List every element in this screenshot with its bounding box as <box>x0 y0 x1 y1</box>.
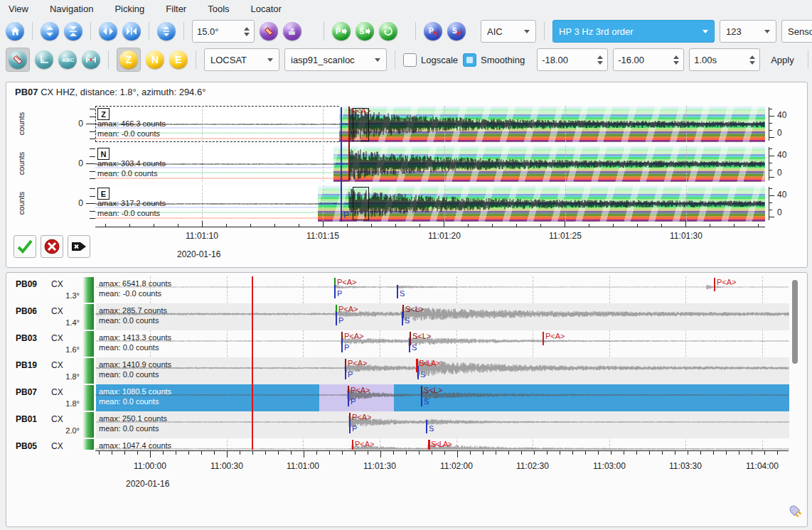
trace-z[interactable]: Zamax: 466.3 countsmean: -0.0 counts <box>95 106 765 142</box>
amplitude-auto-scale-icon[interactable] <box>157 22 176 40</box>
picker-algorithm-select[interactable]: AIC <box>481 20 536 43</box>
time-axis-tick <box>685 221 686 227</box>
y-axis-zero-label: 0 <box>68 198 83 208</box>
component-z-pressed[interactable]: Z <box>117 48 141 72</box>
logscale-checkbox-group: Logscale <box>403 53 458 67</box>
quality-bar <box>83 358 94 384</box>
toolbar-separator <box>183 22 184 40</box>
smoothing-checkbox[interactable] <box>463 53 476 67</box>
spin-arrows[interactable] <box>749 55 755 65</box>
spin-arrows[interactable] <box>244 27 250 36</box>
trace-n[interactable]: Namax: 303.4 countsmean: 0.0 counts <box>95 146 765 182</box>
pick-s-phase-icon[interactable]: S <box>356 22 374 40</box>
time-axis-tick <box>419 450 420 455</box>
trace-row-pb07[interactable]: PB07CX1.8°amax: 1080.5 countsmean: 0.0 c… <box>7 384 806 411</box>
sensor-select[interactable]: Sensor <box>781 20 812 43</box>
time-axis-tick <box>137 450 138 455</box>
menu-item-navigation[interactable]: Navigation <box>50 4 93 14</box>
pick-label-upper: P<A> <box>344 332 364 340</box>
angle-glyph <box>40 55 49 64</box>
mean-label: mean: 0.0 counts <box>97 169 157 178</box>
polarity-glyph: P <box>287 26 297 36</box>
quality-bar <box>83 412 94 438</box>
y-axis-tick <box>90 131 95 132</box>
angle-tool-icon[interactable] <box>35 50 53 69</box>
time-axis-tick <box>457 450 458 458</box>
time-axis-tick <box>444 450 445 455</box>
time-axis-tick <box>688 450 688 455</box>
spectrogram-max-spinbox[interactable]: -16.00 <box>613 48 684 71</box>
channel-count-select[interactable]: 123 <box>720 20 776 43</box>
pick-line-upper <box>543 332 544 345</box>
window-length-spinbox[interactable]: 1.00s <box>689 48 760 71</box>
time-window-tool-icon[interactable] <box>82 50 100 69</box>
y-axis-tick <box>90 148 95 149</box>
logscale-checkbox[interactable] <box>403 53 417 67</box>
waveform-z <box>95 106 765 142</box>
y-axis-zero-label: 0 <box>68 158 83 168</box>
filter-select[interactable]: HP 3 Hz 3rd order <box>552 20 715 43</box>
spectro-ruler-glyph <box>13 55 23 65</box>
trace-row-pb01[interactable]: PB01CX2.0°amax: 250.1 countsmean: 0.0 co… <box>7 411 806 438</box>
labels-tool-icon[interactable]: ABC <box>58 50 77 69</box>
pick-line-lower <box>421 393 422 406</box>
skip-forward-button[interactable] <box>68 235 90 258</box>
spectrogram-min-spinbox[interactable]: -18.00 <box>537 48 608 71</box>
cancel-icon <box>44 239 60 254</box>
vertical-scrollbar[interactable] <box>792 280 798 364</box>
spin-arrows[interactable] <box>673 55 679 65</box>
zoom-angle-spinbox[interactable]: 15.0° <box>192 20 255 43</box>
time-axis-tick <box>265 450 266 455</box>
time-axis-tick <box>393 450 394 455</box>
goto-pick-icon[interactable] <box>379 22 397 40</box>
time-axis-tick <box>540 224 541 227</box>
component-e-icon[interactable]: E <box>169 50 188 69</box>
cancel-pick-button[interactable] <box>41 235 63 258</box>
pick-p-phase-icon[interactable]: P <box>332 22 351 40</box>
pick-polarity-icon[interactable]: P <box>283 22 301 40</box>
locator-select[interactable]: LOCSAT <box>204 48 279 71</box>
waveform-pb07 <box>96 384 789 411</box>
component-n-icon[interactable]: N <box>146 50 164 69</box>
menubar: ViewNavigationPickingFilterToolsLocator <box>0 0 812 17</box>
distance-label: 1.8° <box>36 399 80 408</box>
connection-plug-icon <box>783 499 804 520</box>
menu-item-tools[interactable]: Tools <box>208 4 229 14</box>
spin-arrows[interactable] <box>597 55 603 65</box>
freq-axis-tick <box>769 210 772 210</box>
trace-row-pb09[interactable]: PB09CX1.3°amax: 6541.8 countsmean: -0.0 … <box>7 276 806 303</box>
distance-label: 1.6° <box>36 345 80 354</box>
time-axis-tick <box>560 450 560 455</box>
menu-item-filter[interactable]: Filter <box>166 4 186 14</box>
trace-row-pb03[interactable]: PB03CX1.6°amax: 1413.3 countsmean: 0.0 c… <box>7 330 806 357</box>
pick-line-lower <box>334 285 336 298</box>
home-icon[interactable] <box>6 22 24 40</box>
y-axis-units-label: counts <box>17 112 26 136</box>
apply-button[interactable]: Apply <box>765 52 800 68</box>
trace-rows-viewport[interactable]: PB09CX1.3°amax: 6541.8 countsmean: -0.0 … <box>7 276 806 450</box>
trace-e[interactable]: Eamax: 317.2 countsmean: -0.0 counts <box>95 185 765 222</box>
trace-row-pb05[interactable]: PB05CXamax: 1047.4 countsP<A>S<LA> <box>7 438 806 450</box>
time-compress-icon[interactable] <box>122 22 141 40</box>
menu-item-view[interactable]: View <box>9 4 28 14</box>
time-expand-icon[interactable] <box>99 22 117 40</box>
amplitude-expand-icon[interactable] <box>41 22 59 40</box>
time-axis-tick <box>734 224 734 227</box>
amplitude-compress-icon[interactable] <box>64 22 82 40</box>
h-expand-glyph <box>103 27 113 36</box>
profile-select[interactable]: iasp91_scanloc <box>284 48 387 71</box>
menu-item-picking[interactable]: Picking <box>114 4 144 14</box>
time-axis-tick <box>227 450 228 458</box>
component-label: E <box>97 188 109 200</box>
trace-row-pb19[interactable]: PB19CX1.8°amax: 1410.9 countsmean: 0.0 c… <box>7 357 806 384</box>
measure-ruler-icon[interactable] <box>260 22 278 40</box>
trace-row-pb06[interactable]: PB06CX1.4°amax: 285.7 countsmean: 0.0 co… <box>7 303 806 330</box>
confirm-pick-button[interactable] <box>14 235 36 258</box>
spectrogram-toggle-pressed[interactable] <box>6 48 30 72</box>
menu-item-locator[interactable]: Locator <box>251 4 282 14</box>
picker-meta: CX HHZ, distance: 1.8°, azimuth: 294.6° <box>41 87 205 97</box>
p-onset-icon[interactable]: P <box>424 22 442 40</box>
s-onset-icon[interactable]: S <box>447 22 466 40</box>
component-label: N <box>97 148 109 160</box>
waveform-n <box>95 146 765 182</box>
